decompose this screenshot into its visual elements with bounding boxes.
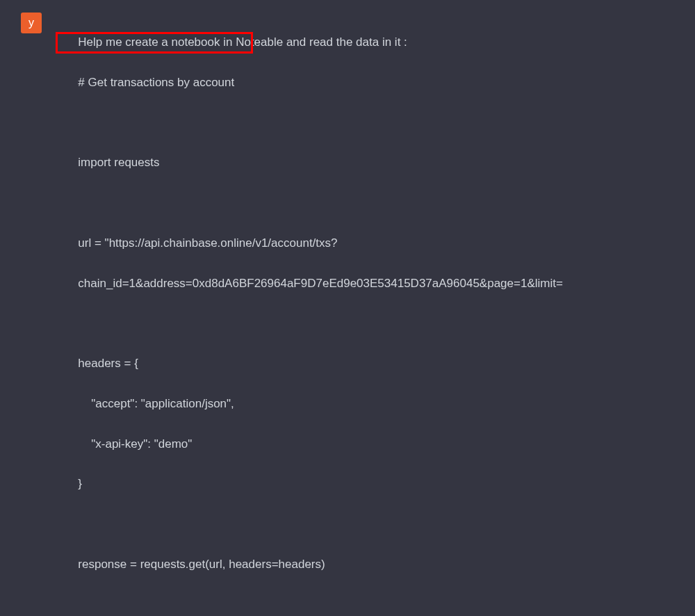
user-text-block: Help me create a notebook in Noteable an…	[58, 13, 674, 616]
code-line: import requests	[78, 156, 159, 169]
code-line: "x-api-key": "demo"	[78, 437, 192, 451]
code-line: headers = {	[78, 357, 138, 370]
user-message: y Help me create a notebook in Noteable …	[0, 0, 695, 616]
user-intro-line: Help me create a notebook in Noteable an…	[78, 35, 407, 49]
code-line: chain_id=1&address=0xd8dA6BF26964aF9D7eE…	[78, 277, 563, 290]
code-line: response = requests.get(url, headers=hea…	[78, 558, 325, 571]
user-avatar-letter: y	[28, 17, 34, 29]
user-message-body: Help me create a notebook in Noteable an…	[58, 13, 674, 616]
code-line: url = "https://api.chainbase.online/v1/a…	[78, 236, 337, 250]
code-line: }	[78, 477, 82, 490]
user-highlighted-comment: # Get transactions by account	[78, 76, 234, 89]
code-line: "accept": "application/json",	[78, 397, 234, 410]
user-avatar: y	[21, 13, 42, 33]
